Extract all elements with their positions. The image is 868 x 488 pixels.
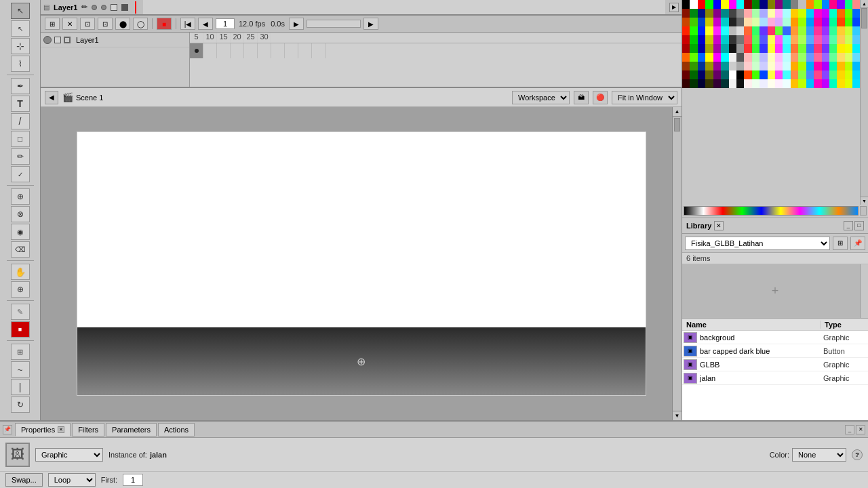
palette-cell-8-12[interactable]	[775, 70, 783, 79]
palette-cell-9-8[interactable]	[744, 79, 751, 88]
library-close-btn[interactable]: ✕	[714, 221, 724, 230]
palette-cell-2-22[interactable]	[852, 18, 860, 26]
palette-cell-7-6[interactable]	[729, 62, 736, 70]
stop-btn[interactable]: ■	[157, 18, 172, 30]
palette-cell-2-11[interactable]	[768, 18, 775, 26]
loop-dropdown[interactable]: Loop Play Once Single Frame	[48, 473, 96, 487]
palette-cell-5-20[interactable]	[837, 44, 844, 53]
palette-cell-1-0[interactable]	[682, 9, 690, 18]
palette-cell-9-2[interactable]	[698, 79, 705, 88]
eraser-tool[interactable]: ⌫	[11, 241, 30, 258]
palette-cell-4-14[interactable]	[791, 35, 798, 44]
palette-cell-6-8[interactable]	[744, 53, 751, 62]
palette-cell-2-10[interactable]	[760, 18, 767, 26]
palette-cell-0-22[interactable]	[852, 0, 860, 9]
palette-cell-2-17[interactable]	[814, 18, 821, 26]
palette-cell-1-12[interactable]	[775, 9, 783, 18]
palette-cell-9-17[interactable]	[814, 79, 821, 88]
palette-cell-5-14[interactable]	[791, 44, 798, 53]
palette-cell-3-10[interactable]	[760, 26, 767, 35]
palette-cell-7-5[interactable]	[721, 62, 728, 70]
lasso-tool[interactable]: ⌇	[11, 56, 30, 72]
palette-cell-6-6[interactable]	[729, 53, 736, 62]
fill-color-btn[interactable]: ■	[11, 321, 30, 338]
palette-cell-8-19[interactable]	[829, 70, 837, 79]
insert-keyframe-btn[interactable]: ⬤	[115, 18, 130, 30]
frame-next[interactable]: ▶	[289, 18, 304, 30]
copy-frames-btn[interactable]: ⊡	[80, 18, 95, 30]
tab-properties[interactable]: Properties ✕	[15, 423, 71, 436]
palette-cell-3-21[interactable]	[845, 26, 852, 35]
palette-cell-8-11[interactable]	[768, 70, 775, 79]
text-tool[interactable]: T	[11, 96, 30, 112]
palette-cell-0-17[interactable]	[814, 0, 821, 9]
palette-cell-8-13[interactable]	[783, 70, 790, 79]
palette-cell-3-6[interactable]	[729, 26, 736, 35]
free-transform-tool[interactable]: ⊹	[11, 38, 30, 54]
palette-cell-3-13[interactable]	[783, 26, 790, 35]
palette-cell-8-20[interactable]	[837, 70, 844, 79]
palette-cell-5-18[interactable]	[822, 44, 829, 53]
palette-cell-0-2[interactable]	[698, 0, 705, 9]
palette-scrollbar[interactable]: ▲ ▼	[860, 0, 868, 205]
palette-cell-9-16[interactable]	[806, 79, 814, 88]
graphic-object-jalan[interactable]: ⊕	[77, 327, 646, 395]
palette-cell-9-18[interactable]	[822, 79, 829, 88]
palette-cell-2-7[interactable]	[736, 18, 744, 26]
palette-cell-1-8[interactable]	[744, 9, 751, 18]
palette-cell-5-10[interactable]	[760, 44, 767, 53]
palette-cell-7-16[interactable]	[806, 62, 814, 70]
help-btn[interactable]: ?	[852, 449, 863, 460]
palette-cell-7-11[interactable]	[768, 62, 775, 70]
tab-parameters[interactable]: Parameters	[106, 423, 157, 436]
palette-cell-3-17[interactable]	[814, 26, 821, 35]
palette-cell-4-3[interactable]	[705, 35, 713, 44]
pencil-tool[interactable]: ✏	[11, 148, 30, 165]
frames-track[interactable]	[190, 43, 682, 58]
frame-9[interactable]	[298, 43, 312, 58]
palette-cell-3-12[interactable]	[775, 26, 783, 35]
palette-cell-1-16[interactable]	[806, 9, 814, 18]
palette-cell-8-16[interactable]	[806, 70, 814, 79]
palette-cell-0-14[interactable]	[791, 0, 798, 9]
palette-cell-3-3[interactable]	[705, 26, 713, 35]
palette-cell-7-14[interactable]	[791, 62, 798, 70]
palette-cell-9-11[interactable]	[768, 79, 775, 88]
palette-cell-4-13[interactable]	[783, 35, 790, 44]
palette-cell-7-15[interactable]	[798, 62, 806, 70]
palette-cell-6-12[interactable]	[775, 53, 783, 62]
palette-cell-7-22[interactable]	[852, 62, 860, 70]
library-item-bar[interactable]: ▣ bar capped dark blue Button	[682, 344, 868, 358]
palette-cell-1-6[interactable]	[729, 9, 736, 18]
library-pin-btn[interactable]: 📌	[850, 237, 865, 250]
ink-bottle-tool[interactable]: ⊕	[11, 188, 30, 205]
palette-cell-4-16[interactable]	[806, 35, 814, 44]
frame-8[interactable]	[285, 43, 298, 58]
palette-cell-9-13[interactable]	[783, 79, 790, 88]
library-file-dropdown[interactable]: Fisika_GLBB_Latihan	[685, 237, 830, 250]
palette-cell-1-4[interactable]	[713, 9, 721, 18]
palette-cell-7-2[interactable]	[698, 62, 705, 70]
palette-cell-8-18[interactable]	[822, 70, 829, 79]
palette-cell-1-9[interactable]	[752, 9, 760, 18]
palette-cell-0-4[interactable]	[713, 0, 721, 9]
palette-cell-3-18[interactable]	[822, 26, 829, 35]
palette-cell-5-16[interactable]	[806, 44, 814, 53]
palette-cell-3-11[interactable]	[768, 26, 775, 35]
palette-cell-2-8[interactable]	[744, 18, 751, 26]
color-bar-swatch[interactable]	[684, 206, 859, 216]
library-item-backgroud[interactable]: ▣ backgroud Graphic	[682, 331, 868, 344]
palette-cell-7-18[interactable]	[822, 62, 829, 70]
palette-cell-7-3[interactable]	[705, 62, 713, 70]
palette-cell-6-18[interactable]	[822, 53, 829, 62]
palette-cell-6-11[interactable]	[768, 53, 775, 62]
palette-cell-8-9[interactable]	[752, 70, 760, 79]
palette-cell-3-4[interactable]	[713, 26, 721, 35]
palette-cell-6-4[interactable]	[713, 53, 721, 62]
palette-cell-9-5[interactable]	[721, 79, 728, 88]
scrollbar-v-thumb[interactable]	[674, 118, 680, 131]
palette-cell-8-6[interactable]	[729, 70, 736, 79]
palette-cell-5-4[interactable]	[713, 44, 721, 53]
palette-cell-2-18[interactable]	[822, 18, 829, 26]
palette-cell-4-19[interactable]	[829, 35, 837, 44]
